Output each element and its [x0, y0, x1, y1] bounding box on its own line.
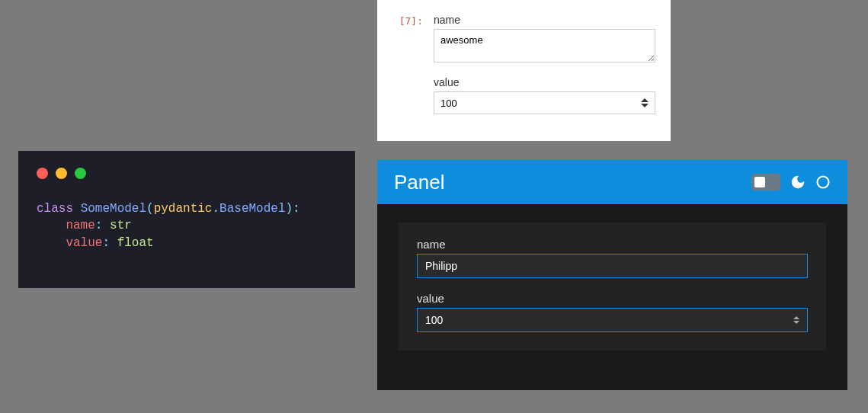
field-type: float: [117, 236, 154, 250]
toggle-knob: [754, 177, 765, 187]
name-label: name: [417, 238, 808, 251]
panel-header-controls: [751, 174, 831, 190]
spinner-buttons: [641, 98, 649, 107]
execution-count: [7]:: [391, 14, 423, 126]
field-name: value: [66, 236, 102, 250]
close-icon: [37, 168, 48, 179]
circle-icon[interactable]: [815, 174, 831, 190]
code-editor: class SomeModel(pydantic.BaseModel): nam…: [18, 151, 355, 288]
class-name: SomeModel: [81, 202, 146, 216]
maximize-icon: [75, 168, 86, 179]
value-input[interactable]: [425, 314, 793, 326]
code-block: class SomeModel(pydantic.BaseModel): nam…: [37, 200, 337, 251]
value-input[interactable]: [440, 98, 641, 109]
spinner-down-icon[interactable]: [793, 321, 799, 324]
spinner-down-icon[interactable]: [641, 104, 649, 107]
value-field: value: [434, 76, 655, 114]
moon-icon[interactable]: [790, 174, 806, 190]
name-input[interactable]: [425, 260, 799, 272]
svg-point-0: [818, 177, 829, 188]
window-traffic-lights: [37, 168, 337, 179]
panel-app: Panel name value: [377, 160, 847, 390]
panel-form: name value: [399, 223, 826, 351]
jupyter-output-cell: [7]: name awesome value: [377, 0, 671, 141]
base-class: BaseModel: [219, 202, 285, 216]
spinner-up-icon[interactable]: [641, 98, 649, 102]
module-name: pydantic: [154, 202, 213, 216]
panel-header: Panel: [377, 160, 847, 204]
value-input-wrap: [417, 308, 808, 332]
name-label: name: [434, 14, 655, 26]
spinner-up-icon[interactable]: [793, 316, 799, 319]
value-label: value: [434, 76, 655, 88]
keyword: class: [37, 202, 73, 216]
field-type: str: [110, 219, 132, 232]
name-input-wrap: [417, 254, 808, 278]
theme-toggle[interactable]: [751, 174, 780, 190]
panel-body: name value: [377, 204, 847, 369]
jupyter-body: name awesome value: [423, 14, 655, 126]
field-name: name: [66, 219, 94, 232]
minimize-icon: [56, 168, 67, 179]
name-field: name: [417, 238, 808, 278]
name-field: name awesome: [434, 14, 655, 66]
value-input-wrap: [434, 91, 655, 114]
spinner-buttons: [793, 316, 799, 324]
panel-title: Panel: [394, 171, 445, 194]
value-field: value: [417, 292, 808, 332]
name-textarea[interactable]: awesome: [434, 29, 655, 62]
value-label: value: [417, 292, 808, 305]
